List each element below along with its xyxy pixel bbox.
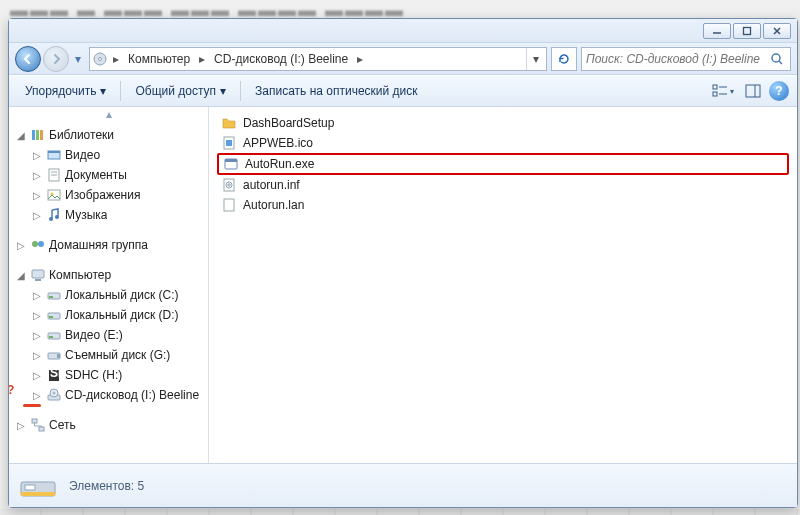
- expand-icon[interactable]: ▷: [31, 390, 43, 401]
- minimize-button[interactable]: [703, 23, 731, 39]
- share-button[interactable]: Общий доступ ▾: [127, 80, 234, 102]
- breadcrumb-cd-beeline[interactable]: CD-дисковод (I:) Beeline: [208, 48, 354, 70]
- svg-rect-20: [48, 190, 60, 200]
- collapse-icon[interactable]: ◢: [15, 270, 27, 281]
- nav-history-dropdown[interactable]: ▾: [71, 49, 85, 69]
- view-mode-button[interactable]: ▾: [709, 80, 737, 102]
- network-icon: [29, 417, 47, 433]
- address-bar[interactable]: ▸ Компьютер ▸ CD-дисковод (I:) Beeline ▸…: [89, 47, 547, 71]
- drive-icon: [45, 287, 63, 303]
- forward-button[interactable]: [43, 46, 69, 72]
- tree-label: Локальный диск (D:): [65, 308, 179, 322]
- tree-computer-item[interactable]: ▷ Локальный диск (C:): [9, 285, 208, 305]
- address-dropdown[interactable]: ▾: [526, 48, 544, 70]
- svg-line-5: [779, 61, 782, 64]
- close-button[interactable]: [763, 23, 791, 39]
- search-icon: [770, 52, 786, 66]
- tree-libraries-node[interactable]: ◢ Библиотеки: [9, 125, 208, 145]
- svg-rect-31: [49, 316, 53, 318]
- organize-label: Упорядочить: [25, 84, 96, 98]
- tree-computer-item[interactable]: ▷ Локальный диск (D:): [9, 305, 208, 325]
- file-item[interactable]: DashBoardSetup: [217, 113, 789, 133]
- tree-label: Библиотеки: [49, 128, 114, 142]
- tree-computer-item[interactable]: ▷ Видео (E:): [9, 325, 208, 345]
- cd-icon: [45, 387, 63, 403]
- tree-homegroup: ▷ Домашняя группа: [9, 235, 208, 255]
- tree-label: Сеть: [49, 418, 76, 432]
- svg-rect-46: [225, 159, 237, 162]
- tree-homegroup-node[interactable]: ▷ Домашняя группа: [9, 235, 208, 255]
- explorer-window: ▾ ▸ Компьютер ▸ CD-дисковод (I:) Beeline…: [8, 18, 798, 508]
- status-label: Элементов:: [69, 479, 134, 493]
- tree-label: Видео: [65, 148, 100, 162]
- file-item[interactable]: autorun.inf: [217, 175, 789, 195]
- tree-library-item[interactable]: ▷ Документы: [9, 165, 208, 185]
- breadcrumb-chevron[interactable]: ▸: [196, 52, 208, 66]
- expand-icon[interactable]: ▷: [31, 370, 43, 381]
- image-icon: [45, 187, 63, 203]
- chevron-down-icon: ▾: [730, 87, 734, 96]
- tree-label: Документы: [65, 168, 127, 182]
- breadcrumb-computer[interactable]: Компьютер: [122, 48, 196, 70]
- chevron-down-icon: ▾: [100, 84, 106, 98]
- collapse-icon[interactable]: ◢: [15, 130, 27, 141]
- svg-rect-33: [49, 336, 53, 338]
- svg-rect-49: [224, 199, 234, 211]
- svg-rect-10: [746, 85, 760, 97]
- tree-label: Музыка: [65, 208, 107, 222]
- expand-icon[interactable]: ▷: [31, 210, 43, 221]
- tree-computer-item[interactable]: ▷ Съемный диск (G:): [9, 345, 208, 365]
- svg-rect-29: [49, 296, 53, 298]
- maximize-button[interactable]: [733, 23, 761, 39]
- expand-icon[interactable]: ▷: [15, 420, 27, 431]
- expand-icon[interactable]: ▷: [31, 350, 43, 361]
- ico-icon: [221, 135, 237, 151]
- file-name: autorun.inf: [243, 178, 300, 192]
- separator: [120, 81, 121, 101]
- file-item[interactable]: APPWEB.ico: [217, 133, 789, 153]
- expand-icon[interactable]: ▷: [31, 310, 43, 321]
- tree-library-item[interactable]: ▷ Музыка: [9, 205, 208, 225]
- share-label: Общий доступ: [135, 84, 216, 98]
- separator: [240, 81, 241, 101]
- file-item[interactable]: Autorun.lan: [217, 195, 789, 215]
- tree-computer-item[interactable]: ? ▷ CD-дисковод (I:) Beeline: [9, 385, 208, 405]
- search-box[interactable]: [581, 47, 791, 71]
- svg-point-22: [49, 217, 53, 221]
- burn-button[interactable]: Записать на оптический диск: [247, 80, 426, 102]
- svg-rect-13: [36, 130, 39, 140]
- file-name: AutoRun.exe: [245, 157, 314, 171]
- tree-label: Локальный диск (C:): [65, 288, 179, 302]
- organize-button[interactable]: Упорядочить ▾: [17, 80, 114, 102]
- breadcrumb-chevron[interactable]: ▸: [354, 52, 366, 66]
- search-input[interactable]: [586, 52, 770, 66]
- file-list[interactable]: DashBoardSetup APPWEB.ico AutoRun.exe au…: [209, 107, 797, 463]
- breadcrumb-chevron[interactable]: ▸: [110, 52, 122, 66]
- tree-computer-item[interactable]: ▷ SD SDHC (H:): [9, 365, 208, 385]
- expand-icon[interactable]: ▷: [31, 170, 43, 181]
- svg-point-3: [99, 57, 102, 60]
- svg-rect-27: [35, 279, 41, 281]
- expand-icon[interactable]: ▷: [15, 240, 27, 251]
- svg-rect-41: [32, 419, 37, 423]
- expand-icon[interactable]: ▷: [31, 150, 43, 161]
- scroll-up-icon[interactable]: ▴: [9, 107, 208, 121]
- help-button[interactable]: ?: [769, 81, 789, 101]
- file-item[interactable]: AutoRun.exe: [217, 153, 789, 175]
- refresh-button[interactable]: [551, 47, 577, 71]
- bg-noise: [0, 509, 800, 515]
- expand-icon[interactable]: ▷: [31, 290, 43, 301]
- tree-network-node[interactable]: ▷ Сеть: [9, 415, 208, 435]
- tree-library-item[interactable]: ▷ Видео: [9, 145, 208, 165]
- svg-point-25: [38, 241, 44, 247]
- preview-pane-button[interactable]: [739, 80, 767, 102]
- svg-rect-14: [40, 130, 43, 140]
- expand-icon[interactable]: ▷: [31, 190, 43, 201]
- svg-rect-44: [226, 140, 232, 146]
- tree-library-item[interactable]: ▷ Изображения: [9, 185, 208, 205]
- tree-computer-node[interactable]: ◢ Компьютер: [9, 265, 208, 285]
- svg-rect-12: [32, 130, 35, 140]
- back-button[interactable]: [15, 46, 41, 72]
- expand-icon[interactable]: ▷: [31, 330, 43, 341]
- doc-icon: [45, 167, 63, 183]
